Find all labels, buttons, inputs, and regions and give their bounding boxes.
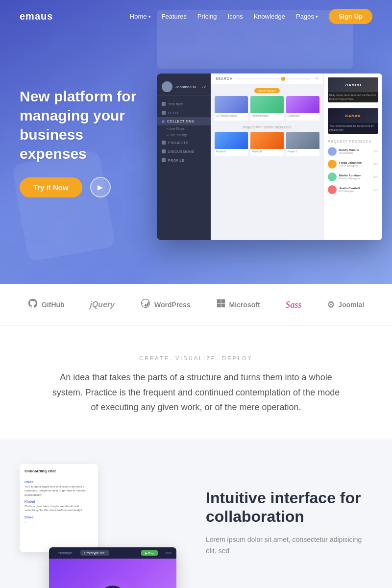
app-sidebar: Jonathan M. 7k TRENDS FEED COLLECTIONS •…: [157, 74, 211, 240]
card-label-5: Project B: [250, 149, 284, 154]
card-image-4: [215, 132, 248, 149]
search-slider[interactable]: [237, 78, 311, 79]
sidebar-item-projects[interactable]: PROJECTS: [157, 138, 211, 147]
recommend-desc: Kelly Jones recommended the Ziamimi font…: [328, 92, 378, 102]
recommend-img-2: KANAK: [328, 108, 378, 123]
app-card-grid-2: Project A Project B Project C: [215, 132, 319, 156]
hero-section: New platform for managing your business …: [0, 0, 392, 284]
profile-icon: [162, 158, 166, 162]
app-card-6[interactable]: Project C: [286, 132, 319, 156]
recommend-brand-2: KANAK: [345, 114, 361, 118]
signup-button[interactable]: Sign Up: [329, 9, 372, 24]
app-window: Jonathan M. 7k TRENDS FEED COLLECTIONS •…: [157, 74, 382, 240]
nav-link-features[interactable]: Features: [162, 13, 187, 20]
card-image-2: [250, 96, 284, 113]
feedback-item-1: Danny Malone UI Designer 334: [328, 147, 378, 156]
card-label-1: 10 Popular Mockup: [215, 113, 248, 118]
feedback-avatar-3: [328, 172, 337, 181]
joomla-icon: ⚙: [327, 299, 335, 310]
nav-link-knowledge[interactable]: Knowledge: [254, 13, 285, 20]
nav-links: Home▾ Features Pricing Icons Knowledge P…: [130, 9, 372, 24]
feature-text-area: Intuitive interface for collaboration Lo…: [206, 464, 372, 557]
search-dot: [281, 77, 285, 81]
card-image-1: [215, 96, 248, 113]
brands-section: GitHub jQuery WordPress Microsoft Sass ⚙…: [0, 284, 392, 326]
feature-description: Lorem ipsum dolor sit amet, consectetur …: [206, 534, 372, 558]
feature-heading: Intuitive interface for collaboration: [206, 489, 372, 526]
tagline-body: An idea that takes the parts of a struct…: [49, 370, 343, 415]
github-icon: [27, 298, 38, 312]
nav-link-pricing[interactable]: Pricing: [197, 13, 217, 20]
card-label-2: From Unsplash: [250, 113, 284, 118]
proto-play-button[interactable]: ▶ Play: [141, 550, 158, 556]
nav-link-icons[interactable]: Icons: [228, 13, 243, 20]
chat-message-1: Drake Yo! I found a stable fork of a rep…: [24, 480, 93, 497]
chat-message-2: Khaled That's a great idea, maybe we sho…: [24, 500, 93, 513]
chat-user-2: Khaled: [24, 500, 93, 503]
card-label-3: Collections: [286, 113, 319, 118]
microsoft-icon: [216, 298, 226, 311]
search-close-icon: ✕: [315, 76, 318, 81]
play-button[interactable]: ▶: [90, 177, 111, 197]
app-card-2[interactable]: From Unsplash: [250, 96, 284, 121]
feedback-info-4: Justin Cambell UX Designer: [339, 187, 371, 193]
chat-user-3: Drake: [24, 515, 93, 519]
proto-header: Prototype Prototype Inc. ▶ Play 50%: [49, 547, 176, 559]
feedback-item-2: Freda Johansen UI/UX Designer 334: [328, 160, 378, 169]
sidebar-item-discussions[interactable]: DISCUSSIONS: [157, 147, 211, 156]
sidebar-item-collections[interactable]: COLLECTIONS: [157, 117, 211, 125]
feedback-num-2: 334: [373, 163, 378, 166]
app-card-1[interactable]: 10 Popular Mockup: [215, 96, 248, 121]
hero-title: New platform for managing your business …: [20, 87, 137, 163]
app-user-avatar: [162, 81, 172, 92]
try-it-now-button[interactable]: Try it Now: [20, 177, 82, 197]
app-card-3[interactable]: Collections: [286, 96, 319, 121]
chat-mockup: Onboarding chat Drake Yo! I found a stab…: [20, 464, 98, 552]
app-card-4[interactable]: Project A: [215, 132, 248, 156]
discussions-icon: [162, 149, 166, 153]
brand-microsoft-label: Microsoft: [229, 301, 260, 309]
proto-canvas: [49, 559, 176, 588]
feedback-role-3: Product Designer: [339, 177, 371, 180]
proto-circle-element: [98, 586, 127, 588]
app-main-area: SEARCH ✕ Most Popular 10 Popular Mockup: [211, 74, 323, 240]
chat-text-1: Yo! I found a stable fork of a repo in t…: [24, 485, 93, 497]
proto-zoom-label: 50%: [166, 551, 172, 554]
feedback-num-4: 334: [373, 188, 378, 191]
nav-link-pages[interactable]: Pages▾: [296, 13, 318, 20]
app-searchbar[interactable]: SEARCH ✕: [211, 74, 323, 84]
hero-app-mockup: Jonathan M. 7k TRENDS FEED COLLECTIONS •…: [157, 59, 392, 225]
sidebar-item-profile[interactable]: PROFILE: [157, 156, 211, 165]
sidebar-item-trends[interactable]: TRENDS: [157, 99, 211, 108]
chat-title: Onboarding chat: [24, 469, 93, 476]
proto-tab-1[interactable]: Prototype: [54, 550, 76, 556]
sidebar-sub-userflows[interactable]: • User Flows: [157, 125, 211, 132]
prototype-mockup: Prototype Prototype Inc. ▶ Play 50%: [49, 547, 176, 588]
feedback-role-4: UX Designer: [339, 190, 371, 193]
brand-microsoft: Microsoft: [216, 298, 260, 311]
trends-icon: [162, 102, 166, 106]
recommend-brand-name: ZIAMIMI: [345, 83, 362, 87]
wordpress-icon: [140, 298, 151, 312]
app-sidebar-header: Jonathan M. 7k: [157, 78, 211, 96]
sidebar-sub-fontpairings[interactable]: • Font Pairings: [157, 132, 211, 138]
feedback-item-3: Martin Abraham Product Designer 334: [328, 172, 378, 181]
card-image-5: [250, 132, 284, 149]
feedback-avatar-1: [328, 147, 337, 156]
feedback-num-1: 334: [373, 150, 378, 153]
chat-message-3: Drake ...: [24, 515, 93, 524]
feature-section: Onboarding chat Drake Yo! I found a stab…: [0, 440, 392, 588]
feedback-info-3: Martin Abraham Product Designer: [339, 174, 371, 180]
hero-actions: Try it Now ▶: [20, 177, 137, 197]
proto-tab-2[interactable]: Prototype Inc.: [80, 550, 109, 556]
similar-resources-label: Projects with Similar Resources: [215, 125, 319, 129]
collections-icon: [162, 120, 165, 123]
app-card-5[interactable]: Project B: [250, 132, 284, 156]
sidebar-item-feed[interactable]: FEED: [157, 108, 211, 117]
feedback-title: REQUEST FEEDBACK: [328, 140, 378, 143]
nav-link-home[interactable]: Home▾: [130, 13, 151, 20]
play-icon: ▶: [98, 183, 103, 191]
app-right-panel: ZIAMIMI Kelly Jones recommended the Ziam…: [323, 74, 382, 240]
app-username: Jonathan M.: [175, 85, 199, 89]
chat-text-3: ...: [24, 520, 93, 524]
